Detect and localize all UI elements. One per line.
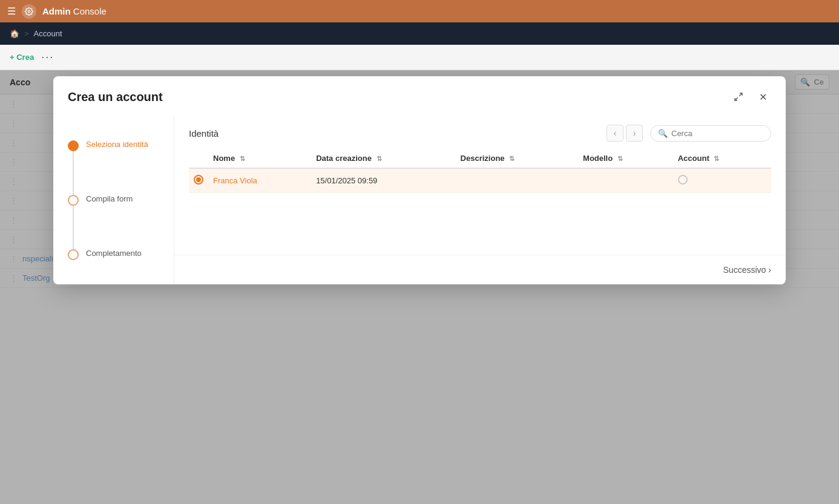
svg-line-2 <box>735 97 738 100</box>
sort-icon: ⇅ <box>240 155 245 162</box>
data-table: Nome ⇅ Data creazione ⇅ Descrizione <box>174 149 786 255</box>
breadcrumb-separator: > <box>24 29 29 38</box>
nav-arrows: ‹ › <box>607 125 643 142</box>
sort-icon: ⇅ <box>377 155 382 162</box>
step-circle-active <box>68 140 79 151</box>
create-account-modal: Crea un account ✕ <box>53 76 786 284</box>
app-title: Admin Console <box>42 6 107 16</box>
next-button[interactable]: Successivo › <box>723 265 771 275</box>
app-logo <box>22 4 36 19</box>
row-data-cell: 15/01/2025 09:59 <box>311 168 455 193</box>
sort-icon: ⇅ <box>509 155 515 162</box>
row-radio-empty[interactable] <box>678 175 688 185</box>
top-bar: ☰ Admin Console <box>0 0 839 22</box>
modal-main-content: Identità ‹ › 🔍 <box>174 115 786 284</box>
identity-table: Nome ⇅ Data creazione ⇅ Descrizione <box>189 149 771 193</box>
search-icon: 🔍 <box>658 129 668 138</box>
main-area: Acco 🔍 Ce ⋮ ⋮ ⋮ ⋮ <box>0 70 839 504</box>
modal-close-button[interactable]: ✕ <box>754 88 771 105</box>
col-modello-header[interactable]: Modello ⇅ <box>578 149 673 168</box>
content-header: Identità ‹ › 🔍 <box>174 115 786 149</box>
sort-icon: ⇅ <box>617 155 623 162</box>
step-label: Completamento <box>86 248 142 258</box>
table-head: Nome ⇅ Data creazione ⇅ Descrizione <box>189 149 771 168</box>
row-radio-selected[interactable] <box>194 175 203 185</box>
next-chevron-icon: › <box>768 265 771 275</box>
stepper: Seleziona identità Compila form Completa… <box>53 115 174 284</box>
modal-body: Seleziona identità Compila form Completa… <box>53 115 786 284</box>
step-label: Seleziona identità <box>86 139 148 149</box>
modal-footer: Successivo › <box>174 255 786 284</box>
modal-expand-button[interactable] <box>730 88 747 105</box>
step-compila-form: Compila form <box>68 194 159 206</box>
sort-icon: ⇅ <box>714 155 719 162</box>
home-icon[interactable]: 🏠 <box>10 29 19 38</box>
search-box: 🔍 <box>650 125 771 142</box>
more-options-button[interactable]: ··· <box>41 51 54 64</box>
step-circle-pending <box>68 195 79 206</box>
step-label: Compila form <box>86 194 133 203</box>
next-arrow-button[interactable]: › <box>626 125 643 142</box>
col-descrizione-header[interactable]: Descrizione ⇅ <box>456 149 578 168</box>
row-nome-cell: Franca Viola <box>208 168 311 193</box>
toolbar: + Crea ··· <box>0 45 839 70</box>
col-data-header[interactable]: Data creazione ⇅ <box>311 149 455 168</box>
row-descrizione-cell <box>456 168 578 193</box>
section-title: Identità <box>189 128 599 139</box>
modal-header-actions: ✕ <box>730 88 771 105</box>
breadcrumb-current: Account <box>34 29 62 38</box>
step-completamento: Completamento <box>68 248 159 260</box>
breadcrumb: 🏠 > Account <box>0 22 839 45</box>
col-select <box>189 149 208 168</box>
row-name-link[interactable]: Franca Viola <box>213 176 257 185</box>
table-row[interactable]: Franca Viola 15/01/2025 09:59 <box>189 168 771 193</box>
col-nome-header[interactable]: Nome ⇅ <box>208 149 311 168</box>
create-button[interactable]: + Crea <box>10 53 34 62</box>
hamburger-icon[interactable]: ☰ <box>7 5 16 17</box>
modal-header: Crea un account ✕ <box>53 76 786 115</box>
svg-point-0 <box>28 10 30 13</box>
prev-arrow-button[interactable]: ‹ <box>607 125 623 142</box>
step-seleziona-identita: Seleziona identità <box>68 139 159 151</box>
col-account-header[interactable]: Account ⇅ <box>673 149 771 168</box>
row-modello-cell <box>578 168 673 193</box>
modal-overlay: Crea un account ✕ <box>0 70 839 504</box>
search-input[interactable] <box>671 129 763 138</box>
modal-title: Crea un account <box>68 90 163 104</box>
table-body: Franca Viola 15/01/2025 09:59 <box>189 168 771 193</box>
svg-line-1 <box>739 93 742 96</box>
row-account-cell <box>673 168 771 193</box>
step-circle-pending <box>68 249 79 260</box>
row-select-cell[interactable] <box>189 168 208 193</box>
